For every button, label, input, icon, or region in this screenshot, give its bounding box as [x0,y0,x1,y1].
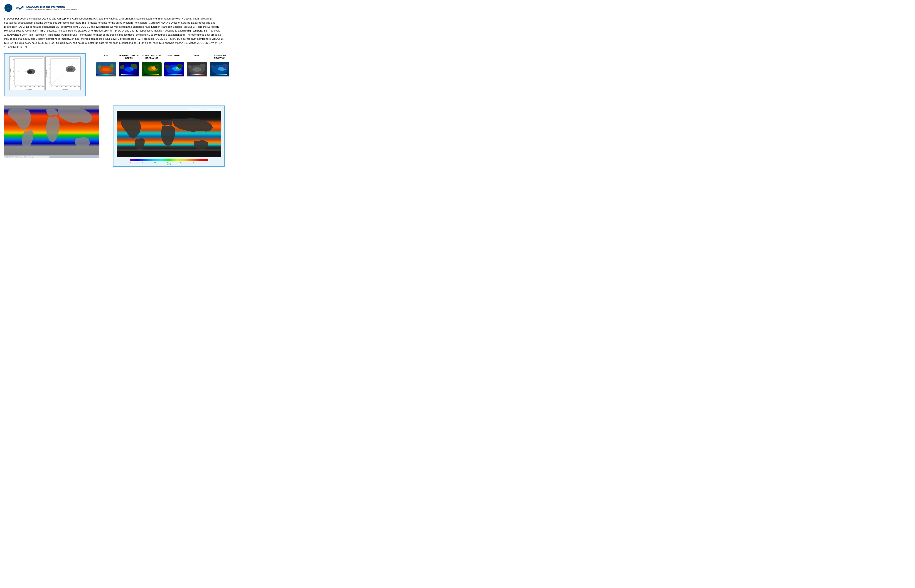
svg-text:4: 4 [50,59,50,60]
svg-text:9: 9 [13,59,14,60]
product-thumb-solar[interactable] [142,62,162,76]
svg-point-45 [17,69,18,69]
svg-point-50 [18,77,18,78]
svg-rect-118 [212,74,227,75]
product-thumb-aerosol[interactable] [119,62,139,76]
scatter-svg-1: SST‑geos ‑ SST‑mw / K SST‑mw / K 9 4 0 0… [10,57,44,90]
product-label-aerosol: AEROSOL OPTICAL DEPTH [118,54,140,60]
product-thumb-stddev[interactable] [210,62,229,76]
svg-point-73 [67,68,73,71]
product-thumb-cell-wind[interactable] [163,61,186,78]
svg-point-29 [24,71,24,71]
svg-text:0: 0 [13,66,14,68]
colorbar-labels: 0 5 10 15 20 25 30 [130,162,208,163]
svg-text:4: 4 [13,62,14,64]
product-thumb-cell-sst[interactable] [95,61,118,78]
product-thumb-cell-aerosol[interactable] [118,61,140,78]
svg-point-86 [61,76,62,76]
sst-thumb-svg [96,62,116,76]
svg-point-94 [102,68,110,71]
product-label-bias: BIAS [186,54,209,60]
svg-point-84 [57,81,57,81]
logo-area: NOAA Satellites and Information National… [4,4,77,12]
svg-point-80 [71,67,72,68]
svg-point-90 [75,65,75,65]
svg-point-41 [38,71,38,71]
svg-point-79 [67,71,68,72]
svg-point-81 [74,65,74,66]
product-label-solar: SURFACE SOLAR IRRADIANCE [140,54,163,60]
svg-text:300: 300 [78,86,80,87]
svg-point-46 [19,67,19,67]
svg-text:285: 285 [29,86,31,87]
colorbar-unit-label: SST°C [167,163,171,165]
svg-point-24 [18,71,19,71]
sst-panel-right: 0 5 10 15 20 25 30 SST°C [113,105,225,167]
svg-point-26 [21,71,21,72]
svg-point-74 [56,81,56,82]
svg-point-39 [36,71,36,71]
product-label-wind: WIND SPEED [163,54,186,60]
product-thumb-sst[interactable] [96,62,116,76]
world-sst-svg: 20091005 POES GOES Blended SST at 0.25 d… [4,105,99,158]
svg-point-4 [6,6,8,8]
svg-rect-95 [96,74,116,74]
svg-text:300: 300 [42,86,44,87]
svg-text:SST‑geos / K: SST‑geos / K [46,70,47,77]
svg-text:275: 275 [20,86,22,87]
svg-text:295: 295 [74,86,76,87]
svg-text:280: 280 [24,86,26,87]
svg-text:SST‑geos ‑ SST‑mw / K: SST‑geos ‑ SST‑mw / K [10,67,11,79]
svg-point-87 [63,74,64,74]
sst-world-map: 20091005 POES GOES Blended SST at 0.25 d… [4,105,99,158]
main-content-section: SST‑geos ‑ SST‑mw / K SST‑mw / K 9 4 0 0… [4,53,225,97]
bias-thumb-svg [187,62,207,76]
svg-point-77 [62,74,63,75]
svg-point-44 [16,68,16,68]
product-thumb-cell-stddev[interactable] [209,61,229,78]
svg-rect-114 [189,74,205,75]
svg-rect-110 [167,74,182,75]
svg-point-5 [8,6,10,8]
svg-rect-100 [121,74,137,75]
svg-point-43 [27,70,32,73]
sst-colorbar: 0 5 10 15 20 25 30 SST°C [116,159,221,163]
svg-point-47 [20,74,21,75]
svg-point-75 [58,79,58,80]
noaa-subtitle: National Environmental Satellite, Data, … [26,8,77,11]
bottom-section: 20091005 POES GOES Blended SST at 0.25 d… [4,105,225,167]
product-thumb-cell-solar[interactable] [140,61,163,78]
scatter-plot-1: SST‑geos ‑ SST‑mw / K SST‑mw / K 9 4 0 0… [9,57,44,90]
products-labels-row: SST AEROSOL OPTICAL DEPTH SURFACE SOLAR … [95,54,229,60]
scatter-plot-2: SST‑geos / K SST‑mw / K 4 2 0 ‑1 ‑2 ‑3 ‑… [45,57,81,90]
svg-point-31 [26,71,27,71]
svg-point-83 [55,83,55,84]
svg-point-40 [37,71,37,72]
svg-text:295: 295 [38,86,40,87]
svg-point-88 [68,70,68,71]
product-thumb-cell-bias[interactable] [186,61,209,78]
svg-point-113 [192,67,202,72]
stddev-thumb-svg [210,62,229,76]
svg-text:280: 280 [61,86,62,87]
svg-point-30 [25,71,26,72]
svg-point-28 [23,71,23,71]
svg-text:285: 285 [65,86,67,87]
svg-point-52 [40,69,40,69]
svg-text:‑3: ‑3 [49,82,50,83]
svg-text:‑3: ‑3 [13,80,14,81]
product-thumb-wind[interactable] [164,62,184,76]
svg-point-82 [76,63,77,64]
svg-text:0: 0 [13,71,14,73]
svg-point-48 [22,66,22,66]
products-images-row [95,61,229,78]
product-thumb-bias[interactable] [187,62,207,76]
products-panel: SST AEROSOL OPTICAL DEPTH SURFACE SOLAR … [92,53,229,78]
svg-text:SST‑mw / K: SST‑mw / K [25,89,32,90]
multi-sst-map [116,111,221,157]
svg-text:‑1: ‑1 [49,73,50,74]
products-grid: SST AEROSOL OPTICAL DEPTH SURFACE SOLAR … [95,54,229,78]
colorbar-gradient [130,159,208,161]
scatter-plots-panel: SST‑geos ‑ SST‑mw / K SST‑mw / K 9 4 0 0… [4,53,86,97]
noaa-logo-icon [4,4,13,12]
